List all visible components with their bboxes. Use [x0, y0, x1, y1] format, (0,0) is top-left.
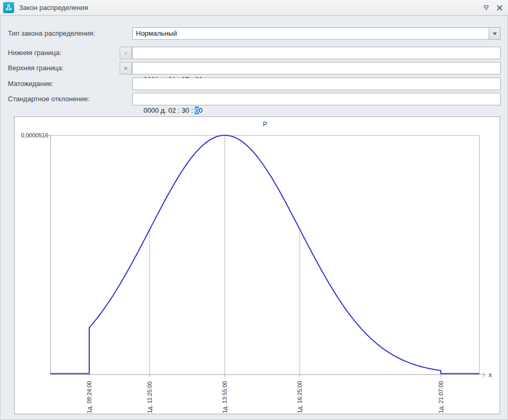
distribution-app-icon: [3, 2, 14, 13]
std-dev-row: Стандартное отклонение: 0000 д. 02 : 30 …: [0, 93, 508, 105]
close-icon[interactable]: [494, 3, 505, 13]
x-tick-label: 1д. 11:25:00: [146, 381, 153, 413]
lower-bound-input[interactable]: 0001 д. 09 : 24 : 00: [132, 47, 501, 59]
mean-input[interactable]: 0001 д. 13 : 55 : 00: [132, 78, 501, 90]
std-dev-label: Стандартное отклонение:: [8, 93, 90, 105]
std-dev-value-after: 0: [199, 106, 203, 114]
chart-title: P: [263, 121, 267, 128]
x-tick-labels-group: 1д. 09:24:001д. 11:25:001д. 13:55:001д. …: [86, 381, 444, 413]
x-tick-label: 1д. 13:55:00: [221, 381, 228, 413]
pin-icon[interactable]: [481, 3, 491, 13]
std-dev-selected-char: 0: [195, 106, 198, 114]
x-tick-label: 1д. 16:25:00: [297, 381, 303, 413]
y-max-label: 0,0000516: [21, 132, 48, 138]
distribution-chart: P 0,0000516 x 1д. 09:24:001д. 11:25:001д…: [15, 117, 500, 414]
distribution-type-row: Тип закона распределения: Нормальный: [0, 27, 508, 40]
x-tick-label: 1д. 09:24:00: [86, 381, 92, 413]
x-icon: ×: [124, 50, 128, 57]
distribution-type-value: Нормальный: [133, 28, 489, 39]
distribution-curve: [50, 135, 479, 374]
std-dev-input[interactable]: 0000 д. 02 : 30 : 00: [132, 93, 501, 105]
std-dev-value-before: 0000 д. 02 : 30 :: [143, 106, 195, 114]
lower-bound-clear-button[interactable]: ×: [120, 47, 132, 59]
upper-bound-input[interactable]: 0001 д. 21 : 07 : 00: [132, 62, 501, 74]
chevron-down-icon[interactable]: [489, 28, 500, 39]
drop-lines-group: [89, 135, 441, 377]
mean-label: Матожидание:: [8, 78, 54, 90]
mean-row: Матожидание: 0001 д. 13 : 55 : 00: [0, 78, 508, 90]
distribution-type-select[interactable]: Нормальный: [132, 27, 501, 40]
upper-bound-label: Верхняя граница:: [8, 62, 64, 74]
distribution-chart-panel: P 0,0000516 x 1д. 09:24:001д. 11:25:001д…: [14, 116, 500, 414]
x-icon: ×: [124, 65, 128, 72]
distribution-law-window: { "window": { "title": "Закон распределе…: [0, 0, 508, 420]
window-title: Закон распределения: [19, 4, 88, 12]
lower-bound-row: Нижняя граница: × 0001 д. 09 : 24 : 00: [0, 47, 508, 59]
upper-bound-clear-button[interactable]: ×: [120, 62, 132, 74]
x-tick-label: 1д. 21:07:00: [438, 381, 444, 413]
distribution-type-label: Тип закона распределения:: [8, 27, 95, 40]
titlebar: Закон распределения: [0, 0, 508, 16]
upper-bound-row: Верхняя граница: × 0001 д. 21 : 07 : 00: [0, 62, 508, 74]
x-axis-label: x: [489, 371, 492, 379]
lower-bound-label: Нижняя граница:: [8, 47, 61, 59]
